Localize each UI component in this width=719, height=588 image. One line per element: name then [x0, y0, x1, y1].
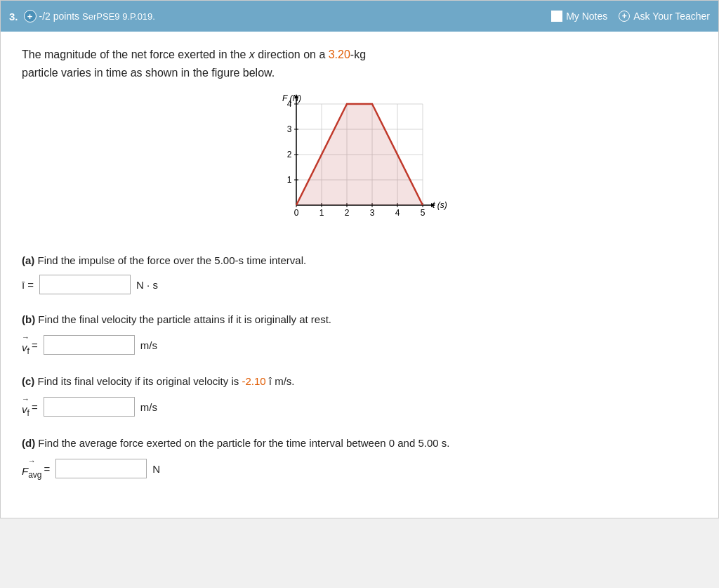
my-notes-label: My Notes: [566, 11, 607, 22]
part-b-unit: m/s: [140, 339, 157, 351]
points-label: -/2 points: [39, 11, 80, 22]
svg-text:2: 2: [287, 150, 292, 159]
question-header: 3. + -/2 points SerPSE9 9.P.019. My Note…: [1, 1, 718, 32]
part-d-answer-row: → Favg = N: [22, 457, 697, 480]
part-c-unit: m/s: [140, 401, 157, 413]
part-d-unit: N: [152, 463, 160, 475]
part-a-answer-row: ī = N · s: [22, 275, 697, 294]
part-b-text: Find the final velocity the particle att…: [35, 313, 331, 325]
part-d: (d) Find the average force exerted on th…: [22, 435, 697, 480]
part-b-answer-label: → vf =: [22, 334, 38, 356]
part-a-unit: N · s: [136, 279, 158, 291]
part-d-input[interactable]: [55, 459, 147, 478]
part-b-question: (b) Find the final velocity the particle…: [22, 311, 697, 328]
part-b-answer-row: → vf = m/s: [22, 334, 697, 356]
part-c-highlight: -2.10: [242, 375, 265, 387]
question-source: SerPSE9 9.P.019.: [82, 11, 155, 22]
part-b-input[interactable]: [44, 335, 135, 355]
graph-svg-wrap: 1 2 3 4 0 1 2 3 4 5: [268, 93, 451, 235]
svg-text:1: 1: [287, 175, 292, 185]
part-b-label: (b): [22, 313, 35, 325]
part-a: (a) Find the impulse of the force over t…: [22, 252, 697, 294]
mass-value: 3.20: [329, 48, 350, 60]
part-c-answer-label: → vf =: [22, 396, 38, 418]
part-a-input[interactable]: [39, 275, 131, 294]
question-container: 3. + -/2 points SerPSE9 9.P.019. My Note…: [0, 0, 719, 518]
part-d-answer-label: → Favg =: [22, 457, 50, 480]
svg-text:1: 1: [319, 208, 324, 218]
statement-part4: particle varies in time as shown in the …: [22, 67, 275, 79]
plus-circle-icon: +: [619, 11, 630, 22]
points-badge-icon: +: [24, 10, 37, 22]
svg-text:t (s): t (s): [433, 200, 447, 210]
my-notes-button[interactable]: My Notes: [551, 11, 607, 22]
part-c-text2: î m/s.: [266, 375, 295, 387]
part-c-label: (c): [22, 375, 34, 387]
svg-text:5: 5: [421, 208, 426, 218]
force-time-graph: 1 2 3 4 0 1 2 3 4 5: [268, 93, 451, 233]
problem-statement: The magnitude of the net force exerted i…: [22, 46, 697, 81]
part-a-answer-label: ī =: [22, 279, 34, 291]
part-c-text1: Find its final velocity if its original …: [34, 375, 242, 387]
x-variable: x: [249, 48, 255, 60]
part-c-question: (c) Find its final velocity if its origi…: [22, 373, 697, 390]
svg-text:4: 4: [395, 208, 400, 218]
part-b: (b) Find the final velocity the particle…: [22, 311, 697, 356]
part-d-text: Find the average force exerted on the pa…: [35, 437, 449, 449]
part-c: (c) Find its final velocity if its origi…: [22, 373, 697, 418]
part-c-input[interactable]: [44, 397, 135, 417]
question-number: 3.: [9, 11, 18, 22]
ask-teacher-label: Ask Your Teacher: [633, 11, 710, 22]
notes-icon: [551, 11, 562, 22]
svg-text:3: 3: [370, 208, 375, 218]
svg-text:3: 3: [287, 124, 292, 134]
svg-text:F (N): F (N): [282, 93, 301, 103]
svg-text:0: 0: [294, 208, 299, 218]
part-d-label: (d): [22, 437, 35, 449]
part-c-answer-row: → vf = m/s: [22, 396, 697, 418]
svg-text:2: 2: [345, 208, 350, 218]
part-a-label: (a): [22, 254, 34, 266]
question-body: The magnitude of the net force exerted i…: [1, 32, 718, 518]
part-a-text: Find the impulse of the force over the 5…: [34, 254, 306, 266]
statement-part3: -kg: [350, 48, 366, 60]
ask-teacher-button[interactable]: + Ask Your Teacher: [619, 11, 710, 22]
part-a-question: (a) Find the impulse of the force over t…: [22, 252, 697, 269]
statement-part2: direction on a: [255, 48, 329, 60]
statement-part1: The magnitude of the net force exerted i…: [22, 48, 249, 60]
part-d-question: (d) Find the average force exerted on th…: [22, 435, 697, 452]
header-right: My Notes + Ask Your Teacher: [551, 11, 710, 22]
graph-area: 1 2 3 4 0 1 2 3 4 5: [22, 93, 697, 235]
